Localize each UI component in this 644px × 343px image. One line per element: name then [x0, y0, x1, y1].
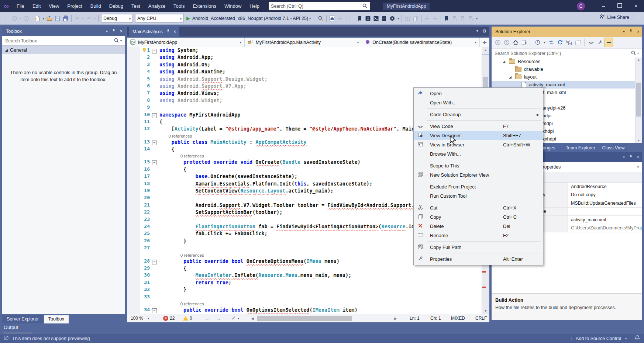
close-icon[interactable]: × [173, 29, 176, 34]
run-button[interactable]: ▶Android_Accelerated_x86_Nougat (Android… [186, 15, 312, 21]
menu-build[interactable]: Build [86, 0, 105, 12]
chevron-down-icon[interactable]: ▾ [396, 17, 400, 20]
solution-platforms-dropdown[interactable]: Any CPU▾ [135, 14, 184, 22]
restore-button[interactable] [612, 0, 628, 12]
context-menu-item-exclude-from-project[interactable]: Exclude From Project [414, 182, 543, 191]
breadcrumb-dropdown[interactable]: MyFirstAndroidApp.MainActivity▾ [245, 38, 362, 47]
next-bookmark-icon[interactable] [459, 14, 467, 23]
property-value[interactable]: MSBuild:UpdateGeneratedFiles [568, 199, 642, 207]
context-menu-item-new-solution-explorer-view[interactable]: New Solution Explorer View [414, 170, 543, 180]
solution-search-input[interactable]: Search Solution Explorer (Ctrl+;) ▾ [492, 48, 642, 58]
expander-icon[interactable]: ◢ [503, 60, 505, 63]
attach-to-process-icon[interactable] [317, 14, 325, 23]
solution-explorer-title-bar[interactable]: Solution Explorer ▾ × [492, 27, 642, 37]
feedback-icon[interactable] [635, 14, 641, 21]
menu-view[interactable]: View [45, 0, 63, 12]
dock-tab-team-explorer[interactable]: Team Explorer [563, 144, 598, 152]
open-file-icon[interactable] [45, 14, 54, 23]
code-line[interactable]: 4using Android.Runtime; [127, 69, 482, 76]
context-menu-item-view-code[interactable]: <>View CodeF7 [414, 122, 543, 131]
code-line[interactable]: 30 MenuInflater.Inflate(Resource.Menu.me… [127, 272, 482, 279]
column-indicator[interactable]: Ch: 1 [430, 314, 441, 322]
save-icon[interactable] [54, 14, 62, 23]
adb-shell-icon[interactable] [372, 14, 380, 23]
code-line[interactable]: 2using Android.App; [127, 54, 482, 61]
code-line[interactable]: 29 { [127, 265, 482, 272]
publish-icon[interactable] [403, 14, 411, 23]
dock-tab-toolbox[interactable]: Toolbox [44, 315, 69, 323]
context-menu-item-properties[interactable]: PropertiesAlt+Enter [414, 254, 543, 264]
redo-icon[interactable] [85, 14, 93, 23]
tab-list-chevron-icon[interactable]: ▾ [476, 28, 478, 34]
pin-icon[interactable] [166, 29, 171, 35]
dock-tab-class-view[interactable]: Class View [599, 144, 627, 152]
boxed-home-icon[interactable] [328, 14, 336, 23]
context-menu-item-open-with-[interactable]: Open With... [414, 98, 543, 107]
scroll-left-icon[interactable]: ◀ [251, 316, 254, 321]
split-editor-icon[interactable] [480, 38, 489, 47]
code-annotation-dropdown[interactable]: ▾ [231, 314, 239, 322]
expander-icon[interactable]: ◢ [509, 75, 512, 79]
fold-marker[interactable]: − [152, 159, 158, 165]
solution-configurations-dropdown[interactable]: Debug▾ [101, 14, 133, 22]
context-menu-item-copy[interactable]: CopyCtrl+C [414, 212, 543, 222]
pin-icon[interactable] [628, 154, 633, 160]
scroll-up-icon[interactable]: ▲ [636, 58, 642, 62]
output-panel-label[interactable]: Output [4, 325, 18, 330]
scroll-down-icon[interactable]: ▼ [636, 139, 642, 142]
pending-changes-filter-icon[interactable] [534, 38, 541, 47]
switch-views-icon[interactable] [520, 38, 528, 47]
fold-marker[interactable]: − [152, 259, 158, 264]
context-menu-item-copy-full-path[interactable]: Copy Full Path [414, 243, 543, 252]
dock-tab-server-explorer[interactable]: Server Explorer [2, 315, 43, 323]
minimize-button[interactable]: – [595, 0, 612, 12]
preview-selected-items-icon[interactable] [605, 38, 613, 47]
lightbulb-icon[interactable] [142, 48, 147, 54]
device-log-icon[interactable] [380, 14, 388, 23]
fold-marker[interactable]: − [152, 307, 158, 313]
bookmark-icon[interactable] [442, 14, 451, 23]
tree-item-drawable[interactable]: drawable [492, 65, 636, 73]
context-menu-item-browse-with-[interactable]: Browse With... [414, 149, 543, 159]
chevron-down-icon[interactable]: ▾ [81, 17, 85, 20]
scroll-up-icon[interactable]: ▲ [482, 48, 489, 52]
preview-changes-icon[interactable] [344, 14, 352, 23]
new-file-icon[interactable] [34, 14, 42, 23]
chevron-down-icon[interactable]: ▾ [475, 17, 479, 20]
context-menu-item-run-custom-tool[interactable]: Run Custom Tool [414, 191, 543, 201]
line-indicator[interactable]: Ln: 1 [410, 314, 420, 322]
quick-search-input[interactable]: Search (Ctrl+Q) [269, 2, 370, 10]
context-menu-item-scope-to-this[interactable]: Scope to This [414, 161, 543, 170]
tree-item-layout[interactable]: ◢layout [492, 73, 636, 81]
scroll-right-icon[interactable]: ▶ [394, 314, 397, 322]
menu-tools[interactable]: Tools [169, 0, 189, 12]
code-line[interactable]: 31 return true; [127, 280, 482, 287]
close-icon[interactable]: × [637, 155, 640, 160]
save-all-icon[interactable] [62, 14, 70, 23]
code-line[interactable]: 32 } [127, 287, 482, 294]
nav-back-icon[interactable] [10, 14, 18, 23]
context-menu-item-view-designer[interactable]: View DesignerShift+F7 [414, 131, 543, 140]
menu-edit[interactable]: Edit [28, 0, 45, 12]
navigate-forward-icon[interactable]: → [216, 316, 221, 321]
clear-bookmarks-icon[interactable] [467, 14, 475, 23]
property-value[interactable]: C:\Users\Zviad\Documents\MyProje [568, 224, 642, 232]
property-value[interactable]: AndroidResource [568, 183, 642, 191]
list-members-icon[interactable] [336, 14, 344, 23]
prev-bookmark-icon[interactable] [451, 14, 459, 23]
chevron-down-icon[interactable]: ▾ [623, 155, 625, 159]
chevron-down-icon[interactable]: ▾ [623, 30, 625, 34]
property-value[interactable]: activity_main.xml [568, 216, 642, 224]
pin-icon[interactable] [111, 28, 116, 34]
bell-icon[interactable] [634, 335, 640, 342]
fold-marker[interactable]: − [152, 112, 158, 118]
code-line[interactable]: 1−using System; [127, 47, 482, 54]
breadcrumb-dropdown[interactable]: C#MyFirstAndroidApp▾ [127, 38, 245, 47]
toolbox-title-bar[interactable]: Toolbox ▾ × [2, 27, 125, 36]
menu-extensions[interactable]: Extensions [189, 0, 220, 12]
toolbox-group-general[interactable]: ◢ General [2, 46, 125, 54]
menu-project[interactable]: Project [63, 0, 86, 12]
code-line[interactable]: 34− public override bool OnOptionsItemSe… [127, 307, 482, 314]
chevron-down-icon[interactable]: ▾ [106, 30, 108, 33]
menu-help[interactable]: Help [245, 0, 264, 12]
